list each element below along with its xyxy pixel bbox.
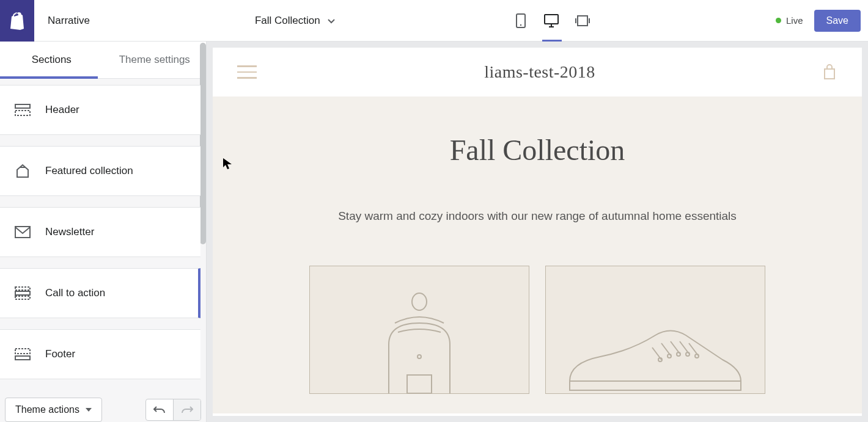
theme-name: Narrative (34, 15, 103, 27)
device-toggles (512, 11, 592, 31)
collection-title: Fall Collection (237, 133, 837, 167)
page-selector-label: Fall Collection (255, 15, 320, 27)
mobile-icon (516, 13, 527, 28)
status-save-group: Live Save (776, 10, 868, 32)
mobile-view-button[interactable] (512, 11, 531, 31)
svg-point-15 (658, 358, 662, 362)
shopify-logo[interactable] (0, 0, 34, 42)
shoe-placeholder-icon (564, 326, 747, 393)
svg-point-12 (412, 293, 427, 310)
product-card-1[interactable] (309, 266, 529, 394)
preview-canvas: liams-test-2018 Fall Collection Stay war… (213, 48, 862, 416)
tab-theme-settings[interactable]: Theme settings (103, 42, 207, 78)
svg-rect-10 (15, 349, 30, 354)
mouse-cursor-icon (223, 158, 232, 169)
svg-point-14 (417, 355, 421, 358)
redo-button[interactable] (173, 399, 200, 420)
svg-point-19 (695, 354, 699, 358)
page-selector[interactable]: Fall Collection (241, 15, 350, 27)
live-status: Live (776, 15, 803, 26)
preview-area: liams-test-2018 Fall Collection Stay war… (207, 42, 868, 422)
section-label: Featured collection (45, 165, 133, 177)
sidebar-footer: Theme actions (0, 391, 206, 422)
svg-rect-4 (15, 104, 30, 108)
cta-section-icon (15, 285, 31, 301)
undo-redo-group (145, 399, 201, 421)
section-item-footer[interactable]: Footer (0, 329, 200, 379)
live-label: Live (786, 15, 803, 26)
section-item-featured-collection[interactable]: Featured collection (0, 146, 200, 196)
desktop-view-button[interactable] (542, 11, 562, 31)
svg-rect-9 (15, 296, 30, 299)
sidebar-tabs: Sections Theme settings (0, 42, 206, 79)
newsletter-section-icon (15, 224, 31, 240)
svg-rect-3 (578, 16, 587, 26)
section-label: Newsletter (45, 226, 94, 238)
scrollbar-thumb[interactable] (200, 79, 206, 244)
fullwidth-icon (575, 15, 590, 26)
svg-rect-5 (15, 111, 30, 115)
desktop-icon (544, 14, 560, 27)
save-button[interactable]: Save (814, 10, 861, 32)
undo-icon (153, 404, 166, 415)
svg-rect-8 (15, 291, 30, 295)
store-title: liams-test-2018 (484, 62, 595, 82)
tab-sections[interactable]: Sections (0, 42, 103, 78)
chevron-down-icon (326, 16, 336, 26)
svg-rect-2 (545, 15, 558, 24)
product-grid (237, 266, 837, 394)
svg-rect-13 (407, 375, 432, 393)
svg-point-18 (686, 352, 690, 356)
cart-icon[interactable] (823, 64, 837, 80)
svg-rect-11 (15, 356, 30, 360)
svg-point-16 (668, 354, 671, 358)
theme-actions-label: Theme actions (15, 404, 79, 415)
sidebar: Sections Theme settings Header Featured … (0, 42, 207, 422)
header-section-icon (15, 102, 31, 118)
svg-point-17 (677, 352, 680, 356)
section-item-newsletter[interactable]: Newsletter (0, 207, 200, 257)
featured-collection-section-icon (15, 163, 31, 179)
backpack-placeholder-icon (364, 289, 474, 393)
hamburger-menu-icon[interactable] (237, 65, 257, 79)
theme-actions-button[interactable]: Theme actions (5, 398, 102, 422)
fullwidth-view-button[interactable] (573, 11, 592, 31)
section-label: Footer (45, 348, 75, 360)
section-item-call-to-action[interactable]: Call to action (0, 268, 200, 318)
svg-point-1 (520, 24, 521, 25)
section-item-header[interactable]: Header (0, 85, 200, 135)
store-body: Fall Collection Stay warm and cozy indoo… (213, 96, 862, 413)
svg-rect-7 (15, 287, 30, 290)
product-card-2[interactable] (545, 266, 765, 394)
top-header: Narrative Fall Collection Live Save (0, 0, 868, 42)
section-label: Header (45, 104, 79, 116)
store-header: liams-test-2018 (213, 48, 862, 96)
section-label: Call to action (45, 287, 105, 299)
sections-list: Header Featured collection Newsletter Ca… (0, 79, 206, 391)
redo-icon (181, 404, 193, 415)
undo-button[interactable] (146, 399, 173, 420)
live-dot-icon (776, 18, 781, 23)
shopify-logo-icon (9, 12, 25, 30)
collection-description: Stay warm and cozy indoors with our new … (237, 209, 837, 223)
footer-section-icon (15, 346, 31, 362)
caret-down-icon (86, 408, 92, 412)
